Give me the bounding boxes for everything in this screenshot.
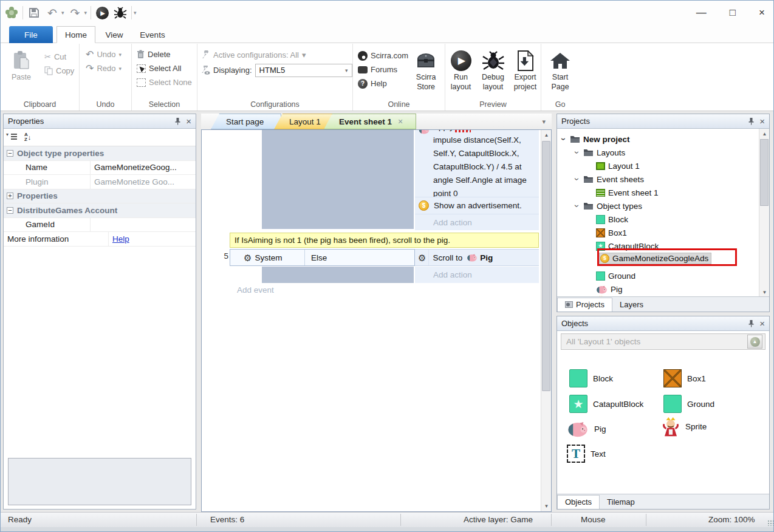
debug-layout-quick-button[interactable]	[113, 5, 128, 20]
undo-dropdown-icon[interactable]: ▾	[61, 10, 64, 16]
resize-grip[interactable]	[767, 520, 773, 526]
scroll-up-icon[interactable]: ▲	[541, 130, 552, 140]
window-minimize-button[interactable]: —	[696, 7, 707, 19]
selected-event-block-footer[interactable]	[262, 267, 414, 283]
selected-event-condition-block[interactable]	[262, 130, 414, 229]
categorized-view-icon[interactable]	[9, 134, 17, 141]
redo-button[interactable]: ↷	[68, 5, 83, 20]
undo-menu-button[interactable]: ↶Undo▾	[83, 47, 131, 61]
scroll-down-icon[interactable]: ▼	[759, 287, 769, 297]
tab-tilemap[interactable]: Tilemap	[600, 496, 642, 509]
chevron-down-icon[interactable]: ›	[572, 149, 582, 155]
section-properties[interactable]: + Properties	[4, 189, 196, 204]
tab-start-page[interactable]: Start page	[211, 114, 281, 129]
toolbar-overflow-button[interactable]: ▾	[134, 10, 137, 16]
tree-item-layout-1[interactable]: Layout 1	[596, 159, 640, 172]
projects-tab-icon	[565, 301, 573, 308]
tab-list-dropdown-icon[interactable]: ▾	[542, 118, 546, 126]
chevron-down-icon[interactable]: ›	[559, 136, 569, 142]
object-item-block[interactable]: Block	[569, 369, 613, 387]
property-row-name[interactable]: Name GameMonetizeGoog...	[4, 161, 196, 176]
projects-scrollbar[interactable]: ▲ ▼	[759, 129, 769, 297]
tab-close-icon[interactable]: ×	[398, 117, 403, 126]
delete-button[interactable]: Delete	[134, 47, 197, 61]
undo-button[interactable]: ↶	[45, 5, 60, 20]
objects-filter-bar[interactable]: All 'Layout 1' objects ▲	[561, 333, 765, 350]
section-distributegames-account[interactable]: − DistributeGames Account	[4, 203, 196, 218]
object-item-box1[interactable]: Box1	[663, 369, 706, 387]
tab-layers[interactable]: Layers	[612, 298, 651, 312]
redo-dropdown-icon[interactable]: ▾	[84, 10, 87, 16]
object-item-text[interactable]: TText	[567, 445, 606, 463]
event5-action-scroll-to-pig[interactable]: ⚙ Scroll to Pig	[415, 249, 539, 266]
tab-event-sheet-1[interactable]: Event sheet 1×	[324, 114, 416, 129]
window-maximize-button[interactable]: □	[730, 7, 736, 19]
help-link[interactable]: Help	[112, 234, 129, 244]
close-icon[interactable]: ×	[186, 117, 191, 126]
tree-item-box1[interactable]: Box1	[596, 226, 627, 239]
object-item-catapultblock[interactable]: ★CatapultBlock	[569, 395, 643, 413]
active-configurations-button[interactable]: Active configurations: All▾	[201, 47, 352, 63]
cut-button[interactable]: ✂Cut	[42, 50, 77, 64]
chevron-down-icon[interactable]: ›	[572, 203, 582, 209]
close-icon[interactable]: ×	[759, 117, 765, 126]
file-tab[interactable]: File	[9, 26, 53, 43]
add-action-link[interactable]: Add action	[415, 267, 539, 283]
select-all-button[interactable]: Select All	[134, 61, 197, 75]
help-link[interactable]: ?Help	[355, 77, 411, 90]
sort-az-icon[interactable]: AZ↓	[24, 132, 31, 143]
go-up-button[interactable]: ▲	[747, 335, 762, 349]
tree-item-event-sheet-1[interactable]: Event sheet 1	[596, 186, 659, 199]
status-events-count: Events: 6	[210, 515, 244, 524]
pin-icon[interactable]	[748, 320, 754, 327]
window-close-button[interactable]: ×	[759, 7, 765, 19]
events-tab[interactable]: Events	[133, 26, 172, 43]
object-item-sprite[interactable]: Sprite	[662, 415, 707, 437]
tree-item-block[interactable]: Block	[596, 213, 628, 226]
tree-item-ground[interactable]: Ground	[596, 269, 635, 282]
tab-objects[interactable]: Objects	[557, 495, 600, 509]
tree-item-new-project[interactable]: › New project	[561, 132, 630, 146]
home-tab[interactable]: Home	[57, 26, 95, 43]
event-sheet-scrollbar[interactable]: ▲ ▼	[541, 130, 551, 511]
redo-menu-button[interactable]: ↷Redo▾	[83, 61, 131, 75]
section-object-type-properties[interactable]: − Object type properties	[4, 146, 196, 161]
run-layout-quick-button[interactable]: ▶	[95, 5, 109, 20]
object-item-pig[interactable]: Pig	[567, 420, 606, 437]
add-event-link[interactable]: Add event	[237, 285, 274, 295]
object-item-ground[interactable]: Ground	[663, 395, 714, 413]
displaying-select[interactable]: HTML5 ▾	[255, 64, 352, 77]
forums-link[interactable]: Forums	[355, 63, 411, 77]
tree-item-event-sheets[interactable]: › Event sheets	[574, 172, 644, 186]
scirra-com-link[interactable]: Scirra.com	[355, 49, 411, 63]
scrollbar-thumb[interactable]	[760, 139, 769, 206]
tree-item-object-types[interactable]: › Object types	[574, 199, 642, 213]
pin-icon[interactable]	[748, 118, 754, 125]
event5-condition-row[interactable]: ⚙System Else	[230, 249, 415, 266]
chevron-down-icon[interactable]: ›	[572, 176, 582, 182]
scroll-down-icon[interactable]: ▼	[541, 501, 552, 511]
save-button[interactable]	[27, 5, 41, 20]
event-comment[interactable]: If IsAiming is not 1 (the pig has been f…	[230, 233, 539, 248]
add-action-link[interactable]: Add action	[415, 214, 539, 230]
scrollbar-thumb[interactable]	[542, 141, 550, 391]
action-show-advertisement[interactable]: $ Show an advertisement.	[415, 197, 539, 214]
collapse-icon[interactable]: −	[7, 207, 13, 214]
pig-icon	[596, 285, 608, 294]
expand-icon[interactable]: +	[7, 193, 13, 199]
select-none-button[interactable]: Select None	[134, 75, 197, 89]
property-row-gameid[interactable]: GameId	[4, 218, 196, 233]
tab-projects[interactable]: Projects	[557, 298, 612, 312]
view-tab[interactable]: View	[98, 26, 131, 43]
copy-button[interactable]: Copy	[42, 64, 77, 78]
pin-icon[interactable]	[175, 118, 180, 125]
tree-item-layouts[interactable]: › Layouts	[574, 146, 625, 159]
close-icon[interactable]: ×	[759, 319, 765, 328]
ground-icon	[596, 271, 605, 281]
scroll-up-icon[interactable]: ▲	[759, 129, 769, 138]
forum-bubble-icon	[358, 66, 368, 73]
event-sheet-canvas[interactable]: Apply Physics impulse distance(Self.X, S…	[201, 129, 552, 512]
tab-layout-1[interactable]: Layout 1	[274, 114, 332, 129]
action-apply-physics-impulse[interactable]: Apply Physics impulse distance(Self.X, S…	[415, 130, 539, 197]
collapse-icon[interactable]: −	[7, 150, 13, 157]
